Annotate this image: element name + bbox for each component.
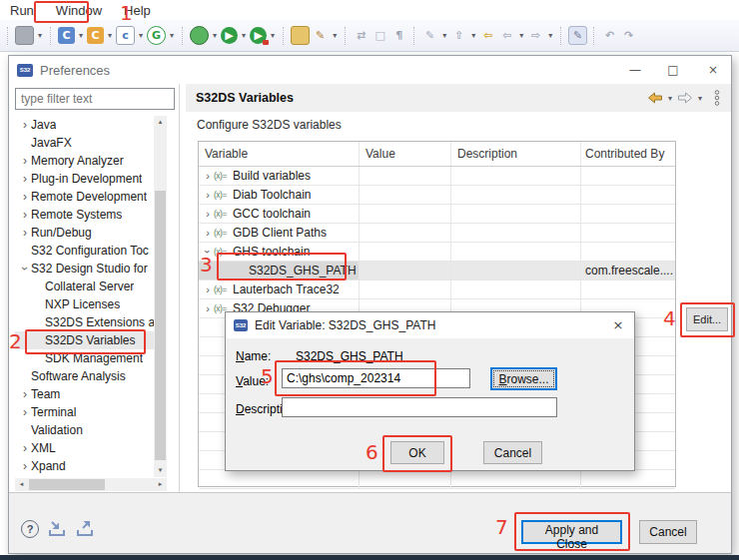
row-expand-icon[interactable]: › [202, 283, 214, 295]
tree-item-s32ds-extensions-a[interactable]: S32DS Extensions a [15, 313, 154, 331]
redo-icon[interactable]: ↷ [620, 27, 637, 44]
view-menu-icon[interactable] [713, 90, 721, 106]
scroll-thumb[interactable] [155, 191, 166, 460]
back-dropdown-icon[interactable]: ▾ [666, 94, 674, 103]
tree-expand-icon[interactable]: › [19, 459, 31, 473]
col-value[interactable]: Value [360, 142, 451, 166]
menu-window[interactable]: Window [56, 3, 102, 18]
dropdown-arrow-icon[interactable]: ▾ [546, 31, 554, 40]
tree-item-remote-systems[interactable]: ›Remote Systems [15, 206, 154, 224]
build-icon[interactable]: G [147, 26, 166, 45]
tree-expand-icon[interactable]: › [19, 118, 31, 132]
tree-item-xml[interactable]: ›XML [15, 439, 154, 457]
goto-annotation-icon[interactable]: ⇧ [450, 27, 467, 44]
new-c-project-icon[interactable]: C [58, 27, 75, 44]
scroll-thumb[interactable] [29, 479, 105, 490]
undo-icon[interactable]: ↶ [601, 27, 618, 44]
table-row-diab-toolchain[interactable]: ›(x)=Diab Toolchain [199, 186, 675, 205]
forward-icon[interactable]: ⇨ [527, 27, 544, 44]
open-c-project-icon[interactable]: C [87, 27, 104, 44]
minimize-button[interactable]: — [625, 60, 645, 80]
tree-item-plug-in-development[interactable]: ›Plug-in Development [15, 170, 154, 188]
tree-expand-icon[interactable]: › [19, 190, 31, 204]
row-expand-icon[interactable]: › [202, 302, 214, 314]
maximize-button[interactable]: □ [663, 60, 683, 80]
dropdown-arrow-icon[interactable]: ▾ [469, 31, 477, 40]
debug-icon[interactable] [190, 26, 209, 45]
back-arrow-icon[interactable] [647, 92, 663, 104]
mcu-icon[interactable] [15, 26, 34, 45]
tree-collapse-icon[interactable]: › [18, 263, 32, 275]
menu-help[interactable]: Help [124, 3, 151, 18]
col-description[interactable]: Description [451, 142, 581, 166]
browse-button[interactable]: Browse... [490, 367, 557, 390]
tree-expand-icon[interactable]: › [19, 172, 31, 186]
value-input[interactable] [282, 368, 470, 388]
dropdown-arrow-icon[interactable]: ▾ [168, 31, 176, 40]
dropdown-arrow-icon[interactable]: ▾ [77, 31, 85, 40]
edit-cancel-button[interactable]: Cancel [483, 441, 542, 464]
edit-button[interactable]: Edit... [686, 307, 728, 331]
tree-expand-icon[interactable]: › [19, 441, 31, 455]
tree-item-collateral-server[interactable]: Collateral Server [15, 278, 154, 295]
table-row-gcc-toolchain[interactable]: ›(x)=GCC toolchain [199, 205, 675, 224]
tree-item-team[interactable]: ›Team [15, 385, 154, 403]
dropdown-arrow-icon[interactable]: ▾ [331, 31, 339, 40]
tree-item-terminal[interactable]: ›Terminal [15, 403, 154, 421]
scroll-down-icon[interactable]: ▾ [154, 464, 167, 477]
dropdown-arrow-icon[interactable]: ▾ [440, 31, 448, 40]
menu-run[interactable]: Run [10, 3, 34, 18]
tree-item-nxp-licenses[interactable]: NXP Licenses [15, 295, 154, 313]
tree-expand-icon[interactable]: › [19, 387, 31, 401]
preferences-cancel-button[interactable]: Cancel [639, 520, 697, 544]
tree-expand-icon[interactable]: › [19, 405, 31, 419]
tree-item-remote-development[interactable]: ›Remote Development [15, 188, 154, 206]
close-button[interactable]: × [703, 60, 723, 80]
table-row-build-variables[interactable]: ›(x)=Build variables [199, 167, 675, 186]
back-icon[interactable]: ⇦ [498, 27, 515, 44]
open-folder-icon[interactable] [291, 26, 310, 45]
scroll-up-icon[interactable]: ▴ [154, 116, 167, 129]
tree-expand-icon[interactable]: › [19, 226, 31, 240]
show-selected-element-icon[interactable]: □ [371, 27, 388, 44]
tree-vertical-scrollbar[interactable]: ▴ ▾ [154, 116, 167, 477]
run-icon[interactable]: ▶ [221, 27, 238, 44]
dropdown-arrow-icon[interactable]: ▾ [106, 31, 114, 40]
row-expand-icon[interactable]: › [202, 227, 214, 239]
link-editor-icon[interactable]: ⇄ [353, 27, 370, 44]
import-icon[interactable] [47, 520, 67, 537]
dropdown-arrow-icon[interactable]: ▾ [211, 31, 219, 40]
tree-item-software-analysis[interactable]: Software Analysis [15, 367, 154, 385]
table-row-gdb-client-paths[interactable]: ›(x)=GDB Client Paths [199, 224, 675, 243]
last-edit-location-icon[interactable]: ✎ [421, 27, 438, 44]
row-expand-icon[interactable]: › [202, 208, 214, 220]
col-contributed-by[interactable]: Contributed By [581, 142, 675, 166]
ok-button[interactable]: OK [390, 441, 444, 464]
pilcrow-icon[interactable]: ¶ [390, 27, 407, 44]
tree-item-javafx[interactable]: JavaFX [15, 134, 154, 152]
highlight-pen-icon[interactable]: ✎ [312, 27, 329, 44]
table-row-lauterbach-trace32[interactable]: ›(x)=Lauterbach Trace32 [199, 280, 675, 299]
row-expand-icon[interactable]: › [202, 189, 214, 201]
tree-item-s32-design-studio-for[interactable]: ›S32 Design Studio for [15, 260, 154, 278]
edit-dialog-close-icon[interactable]: × [608, 315, 628, 335]
scroll-left-icon[interactable]: ◂ [15, 478, 28, 491]
col-variable[interactable]: Variable [199, 142, 360, 166]
dropdown-arrow-icon[interactable]: ▾ [240, 31, 248, 40]
scroll-right-icon[interactable]: ▸ [154, 478, 167, 491]
table-row-s32ds-ghs-path[interactable]: S32DS_GHS_PATHcom.freescale.... [199, 262, 675, 280]
tree-item-memory-analyzer[interactable]: ›Memory Analyzer [15, 152, 154, 170]
forward-dropdown-icon[interactable]: ▾ [696, 94, 704, 103]
external-tools-icon[interactable]: ▶ [250, 27, 267, 44]
tree-item-xpand[interactable]: ›Xpand [15, 457, 154, 475]
new-c-file-icon[interactable]: c [116, 26, 135, 45]
help-icon[interactable]: ? [21, 520, 39, 538]
tree-item-s32ds-variables[interactable]: S32DS Variables [15, 331, 154, 349]
tree-item-sdk-management[interactable]: SDK Management [15, 349, 154, 367]
tree-item-java[interactable]: ›Java [15, 116, 154, 134]
panel-divider[interactable] [179, 84, 180, 492]
tree-expand-icon[interactable]: › [19, 208, 31, 222]
dropdown-arrow-icon[interactable]: ▾ [517, 31, 525, 40]
table-row-ghs-toolchain[interactable]: ›(x)=GHS toolchain [199, 243, 675, 262]
back-history-gold-icon[interactable]: ⇦ [479, 27, 496, 44]
